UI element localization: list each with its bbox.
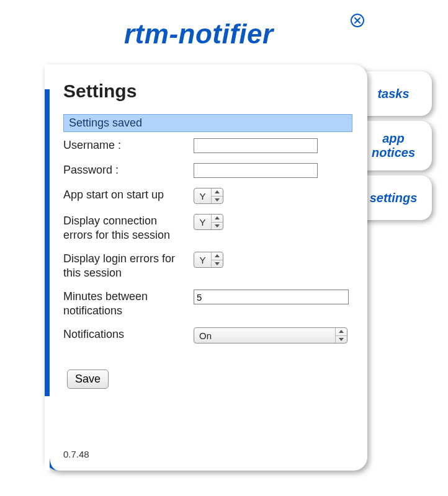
chevron-down-icon[interactable] xyxy=(336,335,347,343)
password-input[interactable] xyxy=(194,163,318,178)
display-login-errors-label: Display login errors for this session xyxy=(63,252,194,280)
minutes-input[interactable] xyxy=(194,290,349,304)
chevron-down-icon[interactable] xyxy=(212,260,223,268)
chevron-up-icon[interactable] xyxy=(336,328,347,335)
password-label: Password : xyxy=(63,163,194,177)
start-on-startup-stepper[interactable]: Y xyxy=(194,188,223,204)
close-icon xyxy=(354,17,361,24)
app-title: rtm-notifier xyxy=(124,19,274,50)
minutes-label: Minutes between notifications xyxy=(63,290,194,317)
notifications-select[interactable]: On xyxy=(194,327,347,343)
display-conn-errors-label: Display connection errors for this sessi… xyxy=(63,214,194,242)
settings-panel: Settings Settings saved Username : Passw… xyxy=(45,64,367,471)
chevron-down-icon[interactable] xyxy=(212,196,223,204)
start-on-startup-value: Y xyxy=(194,188,212,203)
chevron-up-icon[interactable] xyxy=(212,215,223,222)
display-login-errors-value: Y xyxy=(194,252,212,267)
start-on-startup-label: App start on start up xyxy=(63,188,194,202)
notifications-value: On xyxy=(194,328,336,343)
notifications-label: Notifications xyxy=(63,327,194,342)
close-button[interactable] xyxy=(351,14,364,27)
version-label: 0.7.48 xyxy=(63,449,89,459)
username-input[interactable] xyxy=(194,138,318,153)
chevron-up-icon[interactable] xyxy=(212,188,223,196)
save-button[interactable]: Save xyxy=(67,370,109,389)
page-heading: Settings xyxy=(63,81,352,102)
display-conn-errors-stepper[interactable]: Y xyxy=(194,214,223,230)
display-conn-errors-value: Y xyxy=(194,215,212,229)
chevron-down-icon[interactable] xyxy=(212,222,223,230)
status-message: Settings saved xyxy=(63,114,352,132)
display-login-errors-stepper[interactable]: Y xyxy=(194,252,223,268)
chevron-up-icon[interactable] xyxy=(212,252,223,260)
username-label: Username : xyxy=(63,138,194,153)
